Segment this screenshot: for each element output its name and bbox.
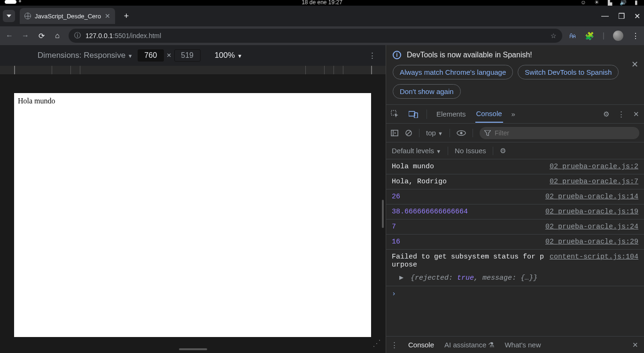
profile-avatar[interactable] (613, 31, 623, 41)
browser-addressbar: ← → ⟳ ⌂ ⓘ 127.0.0.1:5501/index.html ☆ 🗛 … (0, 26, 644, 45)
log-source-link[interactable]: 02_prueba-oracle.js:14 (545, 193, 638, 201)
volume-icon[interactable]: 🔊 (620, 0, 626, 6)
devtools-panel: i DevTools is now available in Spanish! … (386, 45, 644, 353)
filter-box[interactable] (480, 127, 639, 139)
drawer-tab-whatsnew[interactable]: What's new (504, 341, 541, 349)
svg-rect-1 (409, 111, 415, 116)
chevron-down-icon[interactable]: ▼ (128, 53, 133, 59)
tab-close-button[interactable]: ✕ (105, 12, 110, 20)
system-tray[interactable]: ☺ ☀ ▙ 🔊 ▮ (580, 0, 639, 6)
globe-icon (24, 13, 31, 19)
translate-icon[interactable]: 🗛 (569, 31, 576, 40)
log-message: Hola, Rodrigo (392, 178, 545, 186)
clear-console-icon[interactable] (405, 129, 412, 137)
url-path: :5501/index.html (113, 32, 161, 39)
device-viewport-panel: Dimensions: Responsive ▼ × 100% ▼ ⋮ Hola… (0, 45, 386, 353)
window-close-button[interactable]: ✕ (634, 12, 640, 21)
console-output[interactable]: Hola mundo 02_prueba-oracle.js:2 Hola, R… (386, 159, 644, 336)
network-icon[interactable]: ▙ (606, 0, 613, 6)
bookmark-star-icon[interactable]: ☆ (551, 32, 557, 39)
live-expression-icon[interactable] (457, 130, 466, 136)
devtools-menu-button[interactable]: ⋮ (618, 110, 625, 118)
url-input[interactable]: ⓘ 127.0.0.1:5501/index.html ☆ (69, 29, 562, 43)
minimize-button[interactable]: — (601, 12, 609, 21)
inspect-element-icon[interactable] (391, 110, 400, 118)
extensions-icon[interactable]: 🧩 (585, 31, 594, 40)
log-message: Failed to get subsystem status for purpo… (392, 253, 545, 269)
sidebar-toggle-icon[interactable] (391, 129, 398, 137)
log-row: Failed to get subsystem status for purpo… (386, 250, 644, 272)
activities-pill[interactable] (5, 0, 16, 4)
log-source-link[interactable]: 02_prueba-oracle.js:24 (545, 223, 638, 231)
log-source-link[interactable]: 02_prueba-oracle.js:7 (550, 178, 638, 186)
issues-link[interactable]: No Issues (455, 147, 486, 155)
svg-point-8 (460, 132, 462, 134)
back-button[interactable]: ← (5, 31, 14, 40)
log-row: 38.666666666666664 02_prueba-oracle.js:1… (386, 204, 644, 220)
switch-language-button[interactable]: Switch DevTools to Spanish (518, 65, 619, 79)
os-menubar: 18 de ene 19:27 ☺ ☀ ▙ 🔊 ▮ (0, 0, 644, 6)
console-settings-icon[interactable]: ⚙ (500, 147, 506, 155)
drawer-close-button[interactable]: ✕ (632, 341, 638, 349)
drawer-tab-ai[interactable]: AI assistance ⚗ (444, 341, 494, 349)
svg-line-6 (407, 131, 411, 135)
drawer-tab-console[interactable]: Console (408, 341, 434, 349)
browser-tab-active[interactable]: JavaScript_Desde_Cero ✕ (20, 8, 115, 24)
expand-triangle-icon[interactable]: ▶ (399, 274, 403, 282)
chevron-down-icon[interactable]: ▼ (438, 131, 443, 136)
chevron-down-icon[interactable]: ▼ (237, 53, 242, 59)
log-source-link[interactable]: 02_prueba-oracle.js:2 (550, 163, 638, 171)
new-tab-button[interactable]: + (120, 11, 133, 21)
log-message: 38.666666666666664 (392, 208, 541, 216)
brightness-icon[interactable]: ☀ (593, 0, 600, 6)
height-input[interactable] (174, 49, 201, 62)
browser-menu-button[interactable]: ⋮ (632, 31, 639, 40)
filter-icon (484, 130, 491, 136)
forward-button: → (21, 31, 30, 40)
zoom-level[interactable]: 100% (215, 51, 235, 60)
info-icon: i (393, 51, 401, 59)
log-levels-selector[interactable]: Default levels (392, 147, 434, 155)
clock[interactable]: 18 de ene 19:27 (302, 0, 342, 6)
log-source-link[interactable]: content-script.js:104 (550, 253, 638, 269)
resize-handle-corner[interactable]: ⋰ (372, 338, 381, 348)
device-toggle-icon[interactable] (409, 110, 418, 118)
tab-search-button[interactable] (3, 10, 15, 22)
menu-dot (19, 0, 21, 2)
site-info-icon[interactable]: ⓘ (74, 31, 81, 40)
device-more-button[interactable]: ⋮ (368, 51, 376, 61)
context-selector[interactable]: top (426, 129, 436, 137)
log-source-link[interactable]: 02_prueba-oracle.js:29 (545, 238, 638, 246)
devtools-close-button[interactable]: ✕ (633, 110, 639, 118)
tab-title: JavaScript_Desde_Cero (35, 13, 101, 20)
tab-console[interactable]: Console (475, 105, 503, 123)
log-object-preview[interactable]: ▶ {rejected: true, message: {…}} (386, 272, 644, 286)
reload-button[interactable]: ⟳ (37, 31, 46, 40)
resize-handle-right[interactable] (382, 200, 384, 228)
console-prompt[interactable]: › (386, 286, 644, 302)
url-host: 127.0.0.1 (85, 32, 113, 39)
width-input[interactable] (138, 49, 164, 62)
home-button[interactable]: ⌂ (53, 31, 62, 40)
tab-elements[interactable]: Elements (435, 106, 467, 122)
page-canvas: Hola mundo ⋰ (0, 74, 386, 353)
page-text: Hola mundo (18, 97, 55, 105)
infobar-close-button[interactable]: ✕ (631, 59, 638, 70)
log-message: 7 (392, 223, 541, 231)
more-tabs-button[interactable]: » (512, 110, 515, 118)
dimensions-label[interactable]: Dimensions: Responsive (38, 51, 125, 60)
log-row: 7 02_prueba-oracle.js:24 (386, 220, 644, 235)
filter-input[interactable] (495, 129, 635, 137)
battery-icon[interactable]: ▮ (633, 0, 639, 6)
accessibility-icon[interactable]: ☺ (580, 0, 587, 6)
match-language-button[interactable]: Always match Chrome's language (393, 65, 513, 79)
ruler[interactable] (0, 66, 386, 74)
drawer-menu-button[interactable]: ⋮ (391, 341, 398, 349)
chevron-down-icon[interactable]: ▼ (436, 149, 441, 154)
resize-handle-bottom[interactable] (179, 348, 207, 350)
rendered-page[interactable]: Hola mundo (14, 93, 371, 337)
devtools-settings-icon[interactable]: ⚙ (603, 110, 609, 118)
log-source-link[interactable]: 02_prueba-oracle.js:19 (545, 208, 638, 216)
maximize-button[interactable]: ❐ (618, 12, 625, 21)
dont-show-button[interactable]: Don't show again (393, 84, 461, 99)
